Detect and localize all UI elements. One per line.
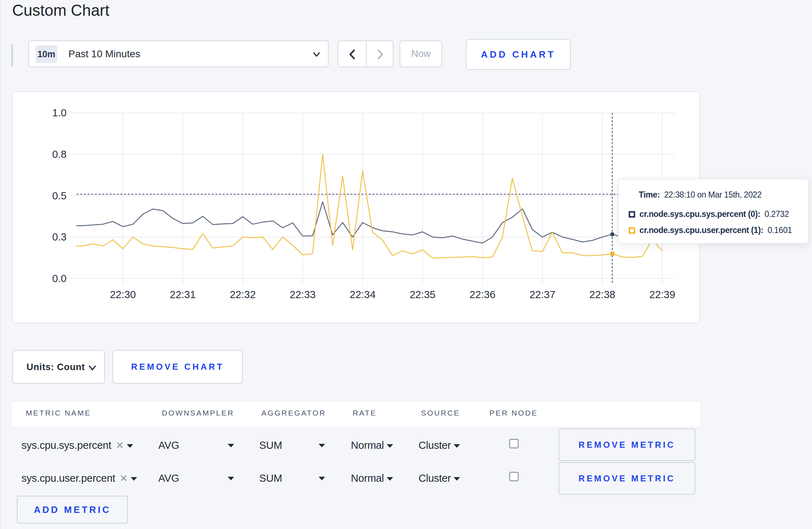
- svg-text:0.8: 0.8: [52, 149, 67, 160]
- svg-text:0.0: 0.0: [52, 272, 67, 284]
- svg-text:22:31: 22:31: [170, 289, 196, 300]
- svg-text:22:30: 22:30: [110, 289, 136, 300]
- svg-text:22:34: 22:34: [350, 289, 376, 300]
- svg-text:0.3: 0.3: [52, 231, 67, 243]
- svg-text:22:32: 22:32: [230, 289, 256, 300]
- svg-text:1.0: 1.0: [52, 107, 67, 118]
- svg-text:22:33: 22:33: [290, 289, 316, 300]
- svg-text:22:39: 22:39: [649, 289, 676, 300]
- svg-text:22:35: 22:35: [410, 289, 436, 300]
- svg-text:22:36: 22:36: [469, 289, 496, 300]
- svg-text:22:38: 22:38: [589, 289, 615, 300]
- svg-text:0.5: 0.5: [52, 190, 67, 201]
- svg-text:22:37: 22:37: [530, 289, 556, 300]
